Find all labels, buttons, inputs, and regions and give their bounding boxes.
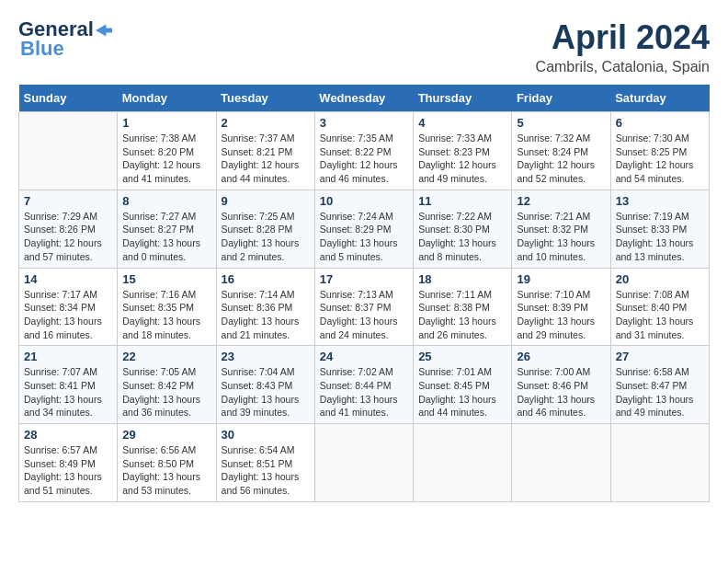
day-info: Sunrise: 7:27 AMSunset: 8:27 PMDaylight:… — [122, 210, 210, 264]
calendar-cell: 11Sunrise: 7:22 AMSunset: 8:30 PMDayligh… — [414, 190, 512, 268]
calendar-cell: 9Sunrise: 7:25 AMSunset: 8:28 PMDaylight… — [216, 190, 314, 268]
day-info: Sunrise: 7:17 AMSunset: 8:34 PMDaylight:… — [24, 288, 112, 342]
main-title: April 2024 — [536, 18, 710, 57]
calendar-cell: 19Sunrise: 7:10 AMSunset: 8:39 PMDayligh… — [512, 268, 610, 346]
calendar-body: 1Sunrise: 7:38 AMSunset: 8:20 PMDaylight… — [19, 112, 710, 502]
day-number: 17 — [320, 272, 408, 286]
day-number: 16 — [222, 272, 310, 286]
day-info: Sunrise: 6:56 AMSunset: 8:50 PMDaylight:… — [122, 443, 210, 498]
day-number: 20 — [616, 272, 704, 286]
day-number: 21 — [24, 350, 112, 363]
day-info: Sunrise: 7:04 AMSunset: 8:43 PMDaylight:… — [222, 365, 310, 419]
day-number: 1 — [122, 116, 210, 130]
day-info: Sunrise: 7:32 AMSunset: 8:24 PMDaylight:… — [517, 132, 605, 186]
day-info: Sunrise: 7:29 AMSunset: 8:26 PMDaylight:… — [24, 210, 112, 264]
day-of-week-header: Friday — [512, 85, 610, 112]
day-info: Sunrise: 7:22 AMSunset: 8:30 PMDaylight:… — [418, 210, 506, 264]
calendar-cell: 17Sunrise: 7:13 AMSunset: 8:37 PMDayligh… — [314, 268, 413, 346]
day-number: 2 — [222, 116, 310, 130]
day-info: Sunrise: 7:35 AMSunset: 8:22 PMDaylight:… — [320, 132, 408, 186]
calendar-week-row: 21Sunrise: 7:07 AMSunset: 8:41 PMDayligh… — [19, 346, 710, 424]
day-number: 9 — [222, 194, 310, 208]
calendar-cell: 24Sunrise: 7:02 AMSunset: 8:44 PMDayligh… — [314, 346, 413, 424]
subtitle: Cambrils, Catalonia, Spain — [536, 59, 710, 75]
calendar-cell: 18Sunrise: 7:11 AMSunset: 8:38 PMDayligh… — [414, 268, 512, 346]
day-number: 29 — [122, 428, 210, 442]
day-of-week-header: Tuesday — [216, 85, 314, 112]
day-number: 15 — [122, 272, 210, 286]
calendar-table: SundayMondayTuesdayWednesdayThursdayFrid… — [18, 85, 710, 502]
calendar-week-row: 14Sunrise: 7:17 AMSunset: 8:34 PMDayligh… — [19, 268, 710, 346]
svg-marker-0 — [96, 25, 112, 37]
day-number: 22 — [122, 350, 210, 363]
calendar-cell: 3Sunrise: 7:35 AMSunset: 8:22 PMDaylight… — [314, 112, 413, 190]
day-number: 14 — [24, 272, 112, 286]
day-number: 3 — [320, 116, 408, 130]
day-number: 11 — [418, 194, 506, 208]
day-number: 4 — [418, 116, 506, 130]
header: General Blue April 2024 Cambrils, Catalo… — [18, 18, 710, 75]
calendar-cell — [19, 112, 118, 190]
day-number: 7 — [24, 194, 112, 208]
day-info: Sunrise: 7:10 AMSunset: 8:39 PMDaylight:… — [517, 288, 605, 342]
calendar-cell: 7Sunrise: 7:29 AMSunset: 8:26 PMDaylight… — [19, 190, 118, 268]
calendar-cell: 26Sunrise: 7:00 AMSunset: 8:46 PMDayligh… — [512, 346, 610, 424]
logo-blue: Blue — [20, 37, 64, 61]
calendar-cell: 25Sunrise: 7:01 AMSunset: 8:45 PMDayligh… — [414, 346, 512, 424]
day-info: Sunrise: 6:58 AMSunset: 8:47 PMDaylight:… — [616, 365, 704, 419]
day-info: Sunrise: 7:37 AMSunset: 8:21 PMDaylight:… — [222, 132, 310, 186]
calendar-cell — [414, 424, 512, 502]
day-info: Sunrise: 7:01 AMSunset: 8:45 PMDaylight:… — [418, 365, 506, 419]
day-info: Sunrise: 7:14 AMSunset: 8:36 PMDaylight:… — [222, 288, 310, 342]
calendar-cell: 22Sunrise: 7:05 AMSunset: 8:42 PMDayligh… — [118, 346, 216, 424]
day-info: Sunrise: 7:21 AMSunset: 8:32 PMDaylight:… — [517, 210, 605, 264]
day-number: 27 — [616, 350, 704, 363]
day-of-week-header: Monday — [118, 85, 216, 112]
calendar-cell: 8Sunrise: 7:27 AMSunset: 8:27 PMDaylight… — [118, 190, 216, 268]
calendar-cell — [610, 424, 709, 502]
calendar-week-row: 1Sunrise: 7:38 AMSunset: 8:20 PMDaylight… — [19, 112, 710, 190]
calendar-cell: 28Sunrise: 6:57 AMSunset: 8:49 PMDayligh… — [19, 424, 118, 502]
day-info: Sunrise: 7:07 AMSunset: 8:41 PMDaylight:… — [24, 365, 112, 419]
calendar-cell: 30Sunrise: 6:54 AMSunset: 8:51 PMDayligh… — [216, 424, 314, 502]
day-info: Sunrise: 6:54 AMSunset: 8:51 PMDaylight:… — [222, 443, 310, 498]
day-number: 30 — [222, 428, 310, 442]
day-info: Sunrise: 7:24 AMSunset: 8:29 PMDaylight:… — [320, 210, 408, 264]
day-info: Sunrise: 7:16 AMSunset: 8:35 PMDaylight:… — [122, 288, 210, 342]
day-of-week-header: Sunday — [19, 85, 118, 112]
day-info: Sunrise: 7:38 AMSunset: 8:20 PMDaylight:… — [122, 132, 210, 186]
day-info: Sunrise: 7:08 AMSunset: 8:40 PMDaylight:… — [616, 288, 704, 342]
calendar-cell: 23Sunrise: 7:04 AMSunset: 8:43 PMDayligh… — [216, 346, 314, 424]
calendar-cell: 14Sunrise: 7:17 AMSunset: 8:34 PMDayligh… — [19, 268, 118, 346]
calendar-week-row: 7Sunrise: 7:29 AMSunset: 8:26 PMDaylight… — [19, 190, 710, 268]
calendar-cell: 27Sunrise: 6:58 AMSunset: 8:47 PMDayligh… — [610, 346, 709, 424]
calendar-cell: 10Sunrise: 7:24 AMSunset: 8:29 PMDayligh… — [314, 190, 413, 268]
calendar-cell: 4Sunrise: 7:33 AMSunset: 8:23 PMDaylight… — [414, 112, 512, 190]
day-number: 5 — [517, 116, 605, 130]
day-number: 26 — [517, 350, 605, 363]
day-info: Sunrise: 6:57 AMSunset: 8:49 PMDaylight:… — [24, 443, 112, 498]
day-number: 24 — [320, 350, 408, 363]
calendar-week-row: 28Sunrise: 6:57 AMSunset: 8:49 PMDayligh… — [19, 424, 710, 502]
day-number: 8 — [122, 194, 210, 208]
calendar-cell: 5Sunrise: 7:32 AMSunset: 8:24 PMDaylight… — [512, 112, 610, 190]
day-number: 23 — [222, 350, 310, 363]
day-number: 25 — [418, 350, 506, 363]
day-info: Sunrise: 7:13 AMSunset: 8:37 PMDaylight:… — [320, 288, 408, 342]
calendar-cell: 6Sunrise: 7:30 AMSunset: 8:25 PMDaylight… — [610, 112, 709, 190]
calendar-cell: 1Sunrise: 7:38 AMSunset: 8:20 PMDaylight… — [118, 112, 216, 190]
day-number: 6 — [616, 116, 704, 130]
day-info: Sunrise: 7:25 AMSunset: 8:28 PMDaylight:… — [222, 210, 310, 264]
day-info: Sunrise: 7:19 AMSunset: 8:33 PMDaylight:… — [616, 210, 704, 264]
calendar-cell — [314, 424, 413, 502]
calendar-cell: 12Sunrise: 7:21 AMSunset: 8:32 PMDayligh… — [512, 190, 610, 268]
calendar-cell: 20Sunrise: 7:08 AMSunset: 8:40 PMDayligh… — [610, 268, 709, 346]
day-info: Sunrise: 7:00 AMSunset: 8:46 PMDaylight:… — [517, 365, 605, 419]
day-of-week-header: Wednesday — [314, 85, 413, 112]
title-area: April 2024 Cambrils, Catalonia, Spain — [536, 18, 710, 75]
calendar-cell: 29Sunrise: 6:56 AMSunset: 8:50 PMDayligh… — [118, 424, 216, 502]
day-of-week-header: Saturday — [610, 85, 709, 112]
day-info: Sunrise: 7:05 AMSunset: 8:42 PMDaylight:… — [122, 365, 210, 419]
day-number: 28 — [24, 428, 112, 442]
day-info: Sunrise: 7:30 AMSunset: 8:25 PMDaylight:… — [616, 132, 704, 186]
